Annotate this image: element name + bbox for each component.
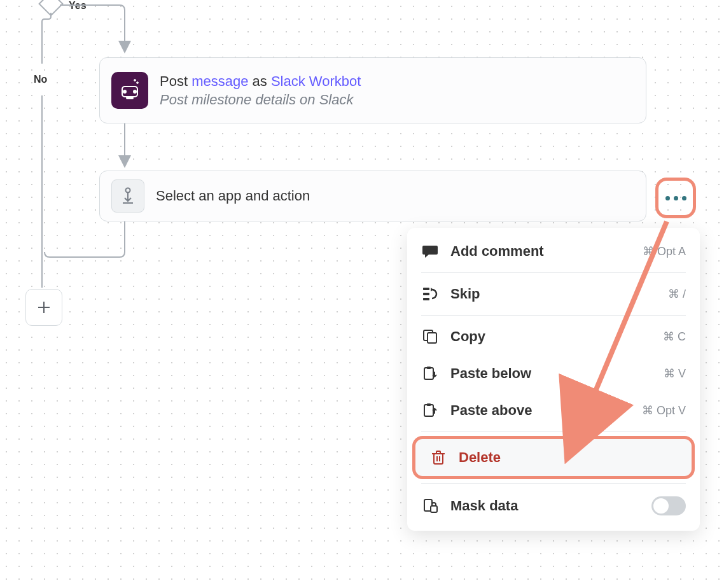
step-more-button[interactable]: [655, 178, 696, 218]
menu-label: Paste below: [450, 365, 652, 382]
menu-mask-data[interactable]: Mask data: [407, 486, 700, 526]
more-dots-icon: [665, 196, 686, 200]
svg-rect-3: [126, 97, 134, 99]
menu-label: Mask data: [450, 498, 640, 514]
svg-rect-11: [423, 298, 429, 300]
menu-label: Copy: [450, 328, 651, 345]
menu-copy[interactable]: Copy ⌘ C: [407, 318, 700, 355]
comment-icon: [421, 243, 439, 260]
menu-divider: [421, 483, 686, 484]
menu-shortcut: ⌘ V: [664, 367, 686, 381]
svg-point-0: [123, 90, 127, 94]
step-post-message[interactable]: Post message as Slack Workbot Post miles…: [99, 57, 646, 123]
step-title-prefix: Post: [160, 73, 188, 89]
menu-add-comment[interactable]: Add comment ⌘ Opt A: [407, 233, 700, 270]
menu-label: Paste above: [450, 402, 630, 419]
anchor-icon: [111, 179, 144, 213]
svg-rect-13: [428, 333, 436, 343]
skip-icon: [421, 286, 439, 302]
svg-point-4: [126, 188, 130, 193]
trash-icon: [429, 449, 447, 466]
step-select-action[interactable]: Select an app and action: [99, 171, 646, 221]
lock-icon: [421, 498, 439, 514]
svg-rect-17: [427, 403, 431, 406]
step-title: Post message as Slack Workbot: [160, 73, 634, 91]
menu-divider: [421, 272, 686, 273]
copy-icon: [421, 328, 439, 345]
menu-divider: [421, 315, 686, 316]
step-context-menu: Add comment ⌘ Opt A Skip ⌘ / Copy ⌘ C: [407, 228, 700, 531]
menu-label: Delete: [459, 449, 678, 466]
menu-paste-below[interactable]: Paste below ⌘ V: [407, 355, 700, 392]
svg-rect-20: [436, 451, 440, 454]
step-placeholder: Select an app and action: [156, 188, 310, 204]
step-subtitle: Post milestone details on Slack: [160, 92, 634, 108]
menu-skip[interactable]: Skip ⌘ /: [407, 276, 700, 312]
paste-above-icon: [421, 402, 439, 419]
svg-rect-14: [424, 368, 433, 379]
mask-data-toggle[interactable]: [651, 496, 686, 515]
step-title-link-message[interactable]: message: [191, 73, 248, 89]
menu-shortcut: ⌘ C: [663, 330, 686, 344]
step-title-mid: as: [253, 73, 267, 89]
step-title-link-workbot[interactable]: Slack Workbot: [271, 73, 361, 89]
svg-rect-24: [431, 506, 437, 512]
add-step-button[interactable]: [25, 289, 62, 326]
plus-icon: [37, 300, 51, 314]
decision-diamond: [38, 0, 64, 17]
svg-rect-10: [423, 293, 429, 295]
svg-rect-18: [434, 454, 443, 464]
slack-workbot-icon: [111, 72, 148, 109]
svg-rect-9: [423, 288, 429, 290]
menu-shortcut: ⌘ Opt A: [643, 244, 686, 258]
branch-yes-label: Yes: [69, 0, 87, 11]
menu-delete[interactable]: Delete: [412, 436, 695, 479]
menu-paste-above[interactable]: Paste above ⌘ Opt V: [407, 392, 700, 429]
menu-shortcut: ⌘ Opt V: [642, 403, 686, 417]
branch-no-label: No: [34, 74, 47, 85]
svg-point-1: [133, 90, 137, 94]
paste-below-icon: [421, 365, 439, 382]
svg-rect-16: [424, 405, 433, 416]
menu-label: Skip: [450, 286, 657, 302]
svg-rect-15: [427, 367, 431, 369]
menu-label: Add comment: [450, 243, 631, 260]
menu-shortcut: ⌘ /: [668, 287, 686, 301]
menu-divider: [421, 431, 686, 432]
step-text-block: Post message as Slack Workbot Post miles…: [160, 73, 634, 109]
